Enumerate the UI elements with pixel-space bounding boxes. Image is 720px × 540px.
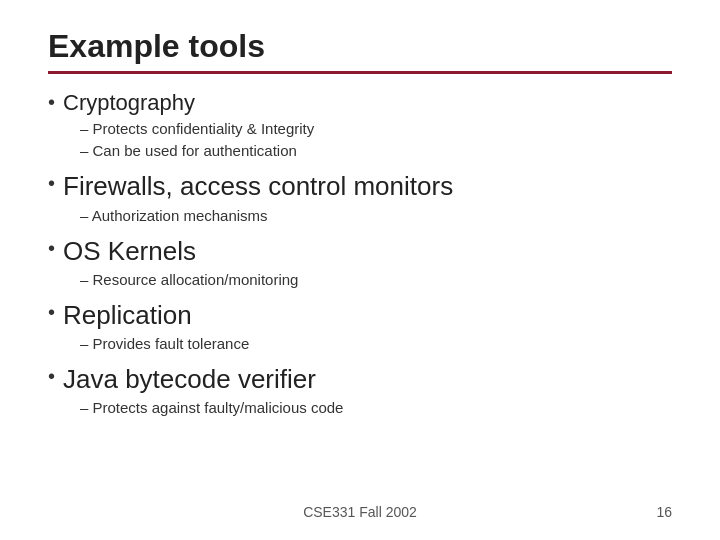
bullet-label-cryptography: Cryptography (63, 90, 195, 116)
sub-bullets-os-kernels: – Resource allocation/monitoring (80, 269, 672, 290)
sub-text-3-1: – Resource allocation/monitoring (80, 269, 298, 290)
bullet-label-os-kernels: OS Kernels (63, 236, 196, 267)
sub-bullets-cryptography: – Protects confidentiality & Integrity –… (80, 118, 672, 161)
bullet-dot-5: • (48, 365, 55, 388)
bullet-dot-1: • (48, 91, 55, 114)
sub-text-4-1: – Provides fault tolerance (80, 333, 249, 354)
sub-bullet-4-1: – Provides fault tolerance (80, 333, 672, 354)
footer-page: 16 (656, 504, 672, 520)
slide: Example tools • Cryptography – Protects … (0, 0, 720, 540)
footer: CSE331 Fall 2002 16 (48, 496, 672, 520)
bullet-dot-3: • (48, 237, 55, 260)
sub-text-2-1: – Authorization mechanisms (80, 205, 268, 226)
sub-bullet-1-1: – Protects confidentiality & Integrity (80, 118, 672, 139)
sub-bullet-1-2: – Can be used for authentication (80, 140, 672, 161)
sub-text-5-1: – Protects against faulty/malicious code (80, 397, 343, 418)
slide-title: Example tools (48, 28, 672, 74)
bullet-cryptography: • Cryptography – Protects confidentialit… (48, 90, 672, 165)
content-area: • Cryptography – Protects confidentialit… (48, 90, 672, 496)
sub-text-1-2: – Can be used for authentication (80, 140, 297, 161)
bullet-label-replication: Replication (63, 300, 192, 331)
footer-course: CSE331 Fall 2002 (303, 504, 417, 520)
bullet-replication: • Replication – Provides fault tolerance (48, 300, 672, 358)
sub-text-1-1: – Protects confidentiality & Integrity (80, 118, 314, 139)
sub-bullet-2-1: – Authorization mechanisms (80, 205, 672, 226)
sub-bullet-5-1: – Protects against faulty/malicious code (80, 397, 672, 418)
bullet-label-firewalls: Firewalls, access control monitors (63, 171, 453, 202)
sub-bullet-3-1: – Resource allocation/monitoring (80, 269, 672, 290)
bullet-label-java-bytecode: Java bytecode verifier (63, 364, 316, 395)
sub-bullets-firewalls: – Authorization mechanisms (80, 205, 672, 226)
bullet-dot-2: • (48, 172, 55, 195)
bullet-java-bytecode: • Java bytecode verifier – Protects agai… (48, 364, 672, 422)
bullet-firewalls: • Firewalls, access control monitors – A… (48, 171, 672, 229)
sub-bullets-replication: – Provides fault tolerance (80, 333, 672, 354)
sub-bullets-java-bytecode: – Protects against faulty/malicious code (80, 397, 672, 418)
bullet-os-kernels: • OS Kernels – Resource allocation/monit… (48, 236, 672, 294)
bullet-dot-4: • (48, 301, 55, 324)
